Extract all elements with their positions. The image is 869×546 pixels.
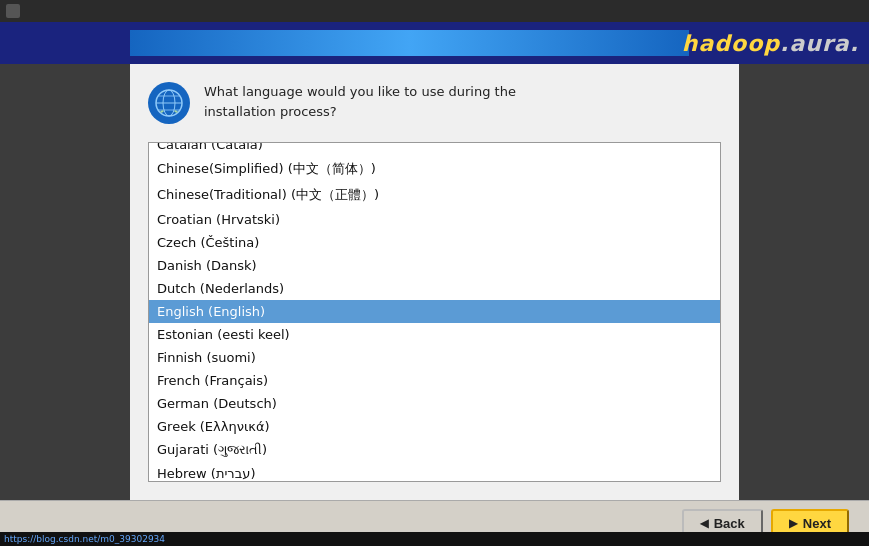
window-top-bar bbox=[0, 0, 869, 22]
language-item[interactable]: Croatian (Hrvatski) bbox=[149, 208, 720, 231]
language-item[interactable]: Estonian (eesti keel) bbox=[149, 323, 720, 346]
language-item[interactable]: Catalan (Català) bbox=[149, 142, 720, 156]
header-logo: hadoop.aura. bbox=[682, 31, 859, 56]
language-item[interactable]: German (Deutsch) bbox=[149, 392, 720, 415]
language-item[interactable]: Chinese(Traditional) (中文（正體）) bbox=[149, 182, 720, 208]
back-label: Back bbox=[714, 516, 745, 531]
header-bar bbox=[130, 30, 689, 56]
next-label: Next bbox=[803, 516, 831, 531]
next-icon: ▶ bbox=[789, 517, 797, 530]
url-text: https://blog.csdn.net/m0_39302934 bbox=[4, 534, 165, 544]
logo-hadoop: hadoop bbox=[682, 31, 780, 56]
language-item[interactable]: Greek (Ελληνικά) bbox=[149, 415, 720, 438]
language-item[interactable]: Finnish (suomi) bbox=[149, 346, 720, 369]
side-left-panel bbox=[0, 22, 130, 500]
un-icon bbox=[148, 82, 190, 124]
header-banner: hadoop.aura. bbox=[0, 22, 869, 64]
side-right-panel bbox=[739, 22, 869, 500]
language-item[interactable]: English (English) bbox=[149, 300, 720, 323]
language-item[interactable]: Hebrew (עברית) bbox=[149, 462, 720, 482]
question-text: What language would you like to use duri… bbox=[204, 82, 516, 121]
language-item[interactable]: Czech (Čeština) bbox=[149, 231, 720, 254]
window-icon bbox=[6, 4, 20, 18]
language-item[interactable]: Dutch (Nederlands) bbox=[149, 277, 720, 300]
language-item[interactable]: Gujarati (ગુજરાતી) bbox=[149, 438, 720, 462]
language-list[interactable]: Bulgarian (Български)Catalan (Català)Chi… bbox=[148, 142, 721, 482]
url-bar: https://blog.csdn.net/m0_39302934 bbox=[0, 532, 869, 546]
question-row: What language would you like to use duri… bbox=[148, 82, 721, 124]
logo-suffix: .aura. bbox=[780, 31, 859, 56]
back-icon: ◀ bbox=[700, 517, 708, 530]
language-item[interactable]: French (Français) bbox=[149, 369, 720, 392]
language-item[interactable]: Chinese(Simplified) (中文（简体）) bbox=[149, 156, 720, 182]
language-item[interactable]: Danish (Dansk) bbox=[149, 254, 720, 277]
